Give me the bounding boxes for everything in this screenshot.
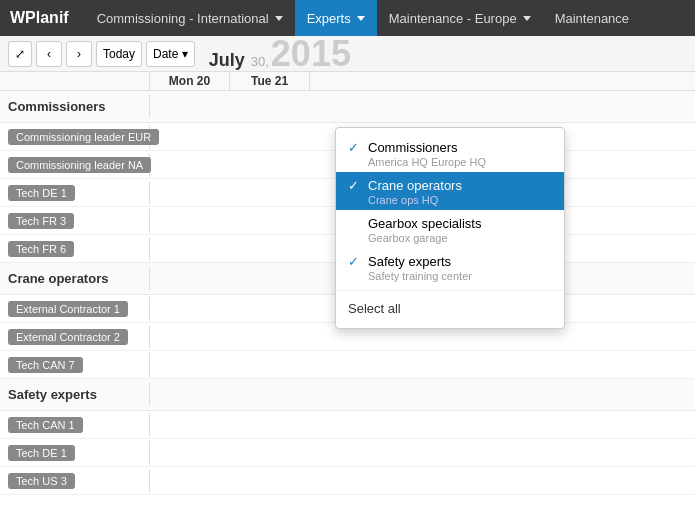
dropdown-label: Crane operators xyxy=(368,178,462,193)
resource-name: Commissioning leader EUR xyxy=(0,125,150,149)
today-button[interactable]: Today xyxy=(96,41,142,67)
dropdown-divider xyxy=(336,290,564,291)
nav-maintenance-europe[interactable]: Maintenance - Europe xyxy=(377,0,543,36)
dropdown-label: Safety experts xyxy=(368,254,451,269)
resource-name: External Contractor 2 xyxy=(0,325,150,349)
resource-tag: Tech DE 1 xyxy=(8,445,75,461)
resource-row: Tech CAN 1 xyxy=(0,411,695,439)
group-safety-header: Safety experts xyxy=(0,379,695,411)
header-day-2: Tue 21 xyxy=(230,72,310,90)
date-button[interactable]: Date ▾ xyxy=(146,41,195,67)
chevron-down-icon xyxy=(357,16,365,21)
app-brand: WPlanif xyxy=(10,9,85,27)
resource-cal xyxy=(150,363,450,367)
resource-name: Tech FR 6 xyxy=(0,237,150,261)
resource-tag: Tech DE 1 xyxy=(8,185,75,201)
check-icon: ✓ xyxy=(348,140,362,155)
date-num: 30, xyxy=(251,54,269,69)
nav-label: Maintenance xyxy=(555,11,629,26)
resource-tag: Commissioning leader NA xyxy=(8,157,151,173)
calendar-header: Mon 20 Tue 21 xyxy=(0,72,695,91)
nav-label: Experts xyxy=(307,11,351,26)
expand-button[interactable]: ⤢ xyxy=(8,41,32,67)
chevron-down-icon xyxy=(275,16,283,21)
dropdown-label: Commissioners xyxy=(368,140,458,155)
resource-name: Commissioning leader NA xyxy=(0,153,150,177)
resource-tag: Tech CAN 7 xyxy=(8,357,83,373)
resource-name: Tech DE 1 xyxy=(0,181,150,205)
resource-name: Tech DE 1 xyxy=(0,441,150,465)
header-day-1: Mon 20 xyxy=(150,72,230,90)
group-commissioners-header: Commissioners xyxy=(0,91,695,123)
date-display: July 30, 2015 xyxy=(209,36,351,72)
resource-cal xyxy=(150,451,450,455)
next-icon: › xyxy=(77,47,81,61)
group-title-commissioners: Commissioners xyxy=(0,95,150,118)
resource-cal xyxy=(150,423,450,427)
resource-cal xyxy=(150,335,450,339)
prev-icon: ‹ xyxy=(47,47,51,61)
header-label-col xyxy=(0,72,150,90)
dropdown-item-gearbox[interactable]: ✓ Gearbox specialists Gearbox garage xyxy=(336,210,564,248)
resource-tag: Tech FR 6 xyxy=(8,241,74,257)
dropdown-item-safety-experts[interactable]: ✓ Safety experts Safety training center xyxy=(336,248,564,286)
toolbar: ⤢ ‹ › Today Date ▾ July 30, 2015 xyxy=(0,36,695,72)
check-icon: ✓ xyxy=(348,178,362,193)
resource-tag: Commissioning leader EUR xyxy=(8,129,159,145)
chevron-down-icon xyxy=(523,16,531,21)
navbar: WPlanif Commissioning - International Ex… xyxy=(0,0,695,36)
nav-label: Commissioning - International xyxy=(97,11,269,26)
dropdown-sublabel: America HQ Europe HQ xyxy=(368,156,552,168)
resource-name: External Contractor 1 xyxy=(0,297,150,321)
dropdown-sublabel: Safety training center xyxy=(368,270,552,282)
dropdown-item-crane-operators[interactable]: ✓ Crane operators Crane ops HQ xyxy=(336,172,564,210)
select-all-button[interactable]: Select all xyxy=(336,295,564,322)
dropdown-sublabel: Gearbox garage xyxy=(368,232,552,244)
main-area: Commissioners Commissioning leader EUR C… xyxy=(0,91,695,495)
day-label-1: Mon 20 xyxy=(154,74,225,88)
resource-row: Tech DE 1 xyxy=(0,439,695,467)
group-title-crane: Crane operators xyxy=(0,267,150,290)
year-label: 2015 xyxy=(271,36,351,72)
resource-tag: Tech CAN 1 xyxy=(8,417,83,433)
nav-experts[interactable]: Experts xyxy=(295,0,377,36)
resource-tag: Tech FR 3 xyxy=(8,213,74,229)
resource-tag: Tech US 3 xyxy=(8,473,75,489)
resource-row: Tech CAN 7 xyxy=(0,351,695,379)
month-label: July xyxy=(209,50,245,71)
resource-name: Tech US 3 xyxy=(0,469,150,493)
prev-button[interactable]: ‹ xyxy=(36,41,62,67)
resource-row: Tech US 3 xyxy=(0,467,695,495)
check-icon: ✓ xyxy=(348,254,362,269)
dropdown-item-commissioners[interactable]: ✓ Commissioners America HQ Europe HQ xyxy=(336,134,564,172)
resource-name: Tech CAN 1 xyxy=(0,413,150,437)
group-title-safety: Safety experts xyxy=(0,383,150,406)
resource-cal xyxy=(150,479,450,483)
resource-name: Tech FR 3 xyxy=(0,209,150,233)
dropdown-sublabel: Crane ops HQ xyxy=(368,194,552,206)
resource-tag: External Contractor 1 xyxy=(8,301,128,317)
expand-icon: ⤢ xyxy=(15,47,25,61)
dropdown-label: Gearbox specialists xyxy=(368,216,481,231)
nav-commissioning-international[interactable]: Commissioning - International xyxy=(85,0,295,36)
next-button[interactable]: › xyxy=(66,41,92,67)
nav-label: Maintenance - Europe xyxy=(389,11,517,26)
resource-tag: External Contractor 2 xyxy=(8,329,128,345)
resource-name: Tech CAN 7 xyxy=(0,353,150,377)
day-label-2: Tue 21 xyxy=(234,74,305,88)
nav-maintenance[interactable]: Maintenance xyxy=(543,0,641,36)
experts-dropdown: ✓ Commissioners America HQ Europe HQ ✓ C… xyxy=(335,127,565,329)
